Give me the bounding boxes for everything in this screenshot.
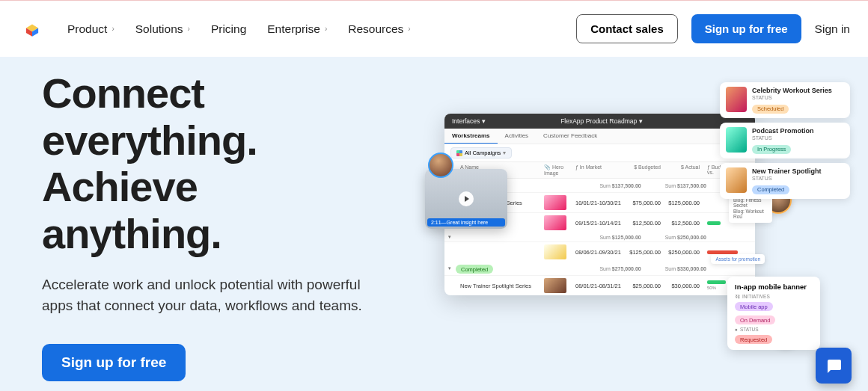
link-icon: ⛓: [735, 294, 740, 299]
hero-copy: Connect everything. Achieve anything. Ac…: [42, 70, 416, 381]
cell-budgeted: $75,000.00: [626, 197, 664, 209]
nav-pricing[interactable]: Pricing: [211, 22, 246, 36]
nav-solutions[interactable]: Solutions›: [135, 22, 190, 36]
group-header[interactable]: ▾ Sum $125,000.00 Sum $250,000.00: [444, 233, 755, 241]
popup-label: ⛓INITIATIVES: [735, 294, 813, 299]
nav-label: Pricing: [211, 22, 246, 36]
progress-bar: [707, 250, 738, 254]
chat-widget-button[interactable]: [816, 348, 852, 384]
signin-link[interactable]: Sign in: [815, 22, 850, 36]
status-pill: Scheduled: [752, 105, 789, 114]
contact-sales-button[interactable]: Contact sales: [576, 14, 678, 43]
cell-actual: $30,000.00: [664, 280, 703, 292]
hero-title-line: Achieve: [42, 163, 198, 210]
card-label: STATUS: [752, 176, 844, 181]
nav-label: Enterprise: [267, 22, 320, 36]
col-label: $ Budgeted: [634, 164, 661, 170]
nav-label: Product: [67, 22, 107, 36]
hero-cta-button[interactable]: Sign up for free: [42, 344, 186, 381]
col-label: Hero Image: [544, 164, 563, 176]
status-card: New Trainer Spotlight STATUS Completed: [720, 163, 850, 199]
col-date[interactable]: ƒ In Market: [572, 162, 626, 178]
video-player[interactable]: 2:11—Great insight here: [425, 169, 507, 229]
status-card: Podcast Promotion STATUS In Progress: [720, 123, 850, 158]
col-label: $ Actual: [681, 164, 700, 170]
tab-workstreams[interactable]: Workstreams: [444, 129, 498, 144]
nav-product[interactable]: Product›: [67, 22, 114, 36]
card-thumbnail: [726, 167, 747, 193]
card-body: Podcast Promotion STATUS In Progress: [752, 127, 844, 154]
breadcrumb[interactable]: Interfaces ▾: [452, 117, 486, 125]
strip-line: Blog: Workout Rou: [733, 209, 768, 219]
sum-actual: Sum $250,000.00: [665, 235, 706, 240]
hero-thumbnail: [544, 195, 566, 210]
bar-label: 50%: [707, 286, 716, 290]
nav-enterprise[interactable]: Enterprise›: [267, 22, 327, 36]
col-hero[interactable]: 📎 Hero Image: [540, 162, 572, 178]
sum-budgeted: Sum $137,500.00: [599, 183, 641, 188]
hero-title-line: anything.: [42, 210, 221, 257]
dot-icon: ●: [735, 327, 738, 332]
table-row[interactable]: 08/06/21-09/30/21 $125,000.00 $250,000.0…: [444, 241, 755, 262]
chevron-right-icon: ›: [325, 25, 327, 33]
view-selector[interactable]: All Campaigns▾: [450, 147, 512, 158]
window-titlebar: Interfaces ▾ FlexApp Product Roadmap ▾: [444, 114, 755, 129]
sum-actual: Sum $137,500.00: [665, 183, 706, 188]
progress-bar: [707, 221, 721, 225]
assets-tag: Assets for promotion: [711, 254, 765, 264]
chevron-right-icon: ›: [408, 25, 410, 33]
cell-budgeted: $25,000.00: [626, 280, 664, 292]
hero-title-line: everything.: [42, 117, 257, 164]
nav-label: Resources: [348, 22, 403, 36]
group-header[interactable]: ▾ Completed Sum $275,000.00 Sum $330,000…: [444, 262, 755, 275]
nav-label: Solutions: [135, 22, 183, 36]
col-actual[interactable]: $ Actual: [664, 162, 703, 178]
chevron-right-icon: ›: [111, 25, 114, 33]
strip-line: Blog: Fitness Secret: [733, 197, 768, 208]
group-sums: Sum $125,000.00 Sum $250,000.00: [599, 235, 751, 240]
col-budgeted[interactable]: $ Budgeted: [626, 162, 664, 178]
card-body: New Trainer Spotlight STATUS Completed: [752, 167, 844, 194]
brand-logo[interactable]: [22, 19, 42, 39]
card-label: STATUS: [752, 95, 844, 100]
cell-name: [456, 250, 540, 254]
hero-subtitle: Accelerate work and unlock potential wit…: [42, 274, 371, 317]
tab-activities[interactable]: Activities: [498, 129, 537, 144]
product-preview: Celebrity Workout Series STATUS Schedule…: [434, 81, 853, 380]
status-pill: Completed: [752, 185, 789, 194]
nav-resources[interactable]: Resources›: [348, 22, 410, 36]
status-card: Celebrity Workout Series STATUS Schedule…: [720, 82, 850, 118]
cell-actual: $125,000.00: [664, 197, 703, 209]
header-left: Product› Solutions› Pricing Enterprise› …: [22, 19, 411, 39]
chevron-down-icon: ▾: [448, 234, 451, 240]
popup-label: ●STATUS: [735, 327, 813, 332]
card-thumbnail: [726, 127, 747, 153]
view-label: All Campaigns: [465, 150, 501, 156]
view-toolbar: All Campaigns▾: [444, 144, 755, 162]
main-nav: Product› Solutions› Pricing Enterprise› …: [67, 22, 411, 36]
record-popup: In-app mobile banner ⛓INITIATIVES Mobile…: [727, 277, 820, 350]
cell-date: 08/01/21-08/31/21: [572, 280, 626, 292]
video-overlay: 2:11—Great insight here: [425, 169, 507, 229]
group-sums: Sum $275,000.00 Sum $330,000.00: [599, 266, 751, 271]
hero-thumbnail: [544, 278, 566, 293]
hero-thumbnail: [544, 215, 566, 230]
cell-hero: [540, 193, 572, 212]
window-title[interactable]: FlexApp Product Roadmap ▾: [493, 117, 710, 125]
card-body: Celebrity Workout Series STATUS Schedule…: [752, 87, 844, 114]
presenter-avatar: [428, 153, 453, 178]
card-label: STATUS: [752, 135, 844, 141]
table-row[interactable]: New Trainer Spotlight Series 08/01/21-08…: [444, 275, 755, 295]
tab-customer-feedback[interactable]: Customer Feedback: [536, 129, 605, 144]
cell-actual: $250,000.00: [664, 247, 703, 258]
play-icon: [459, 191, 474, 206]
tab-bar: Workstreams Activities Customer Feedback: [444, 129, 755, 144]
signup-button[interactable]: Sign up for free: [691, 14, 801, 43]
cell-hero: [540, 213, 572, 233]
card-title: Celebrity Workout Series: [752, 87, 844, 94]
progress-bar: [707, 280, 726, 284]
initiative-pills: Mobile app On Demand: [735, 301, 813, 324]
col-label: In Market: [580, 164, 602, 170]
chevron-right-icon: ›: [188, 25, 190, 33]
popup-title: In-app mobile banner: [735, 283, 813, 291]
